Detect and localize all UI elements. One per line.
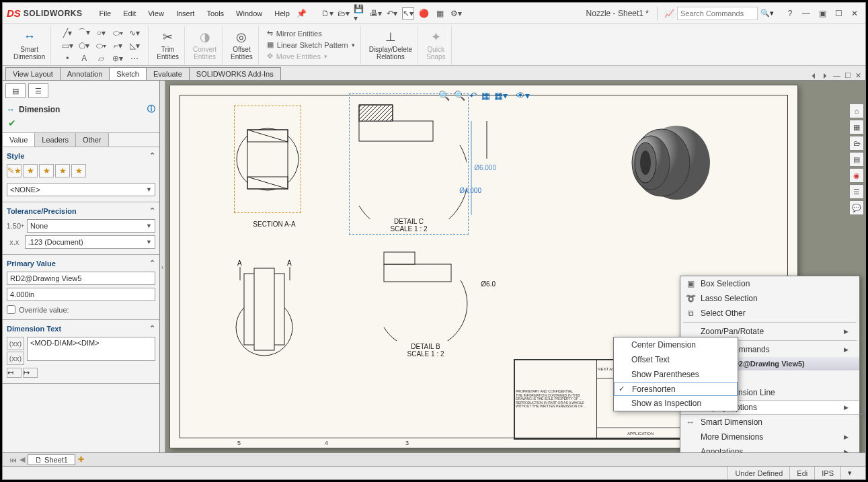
add-sheet-icon[interactable]: ✚ [78,455,84,464]
doc-min-icon[interactable]: — [833,71,840,80]
search-input[interactable] [677,7,758,20]
tab-annotation[interactable]: Annotation [60,67,110,80]
pm-subtab-leaders[interactable]: Leaders [35,133,76,147]
settings-icon[interactable]: ⚙▾ [450,7,463,19]
tab-addins[interactable]: SOLIDWORKS Add-Ins [189,67,281,80]
front-view[interactable]: AA [224,253,318,361]
close-icon[interactable]: ✕ [848,7,861,19]
save-icon[interactable]: 💾▾ [354,7,366,19]
heads-up-toolbar[interactable]: 🔍🔍↶▦▦▾👁▾ [433,88,535,103]
sheet-nav-prev-icon[interactable]: ◀ [19,455,25,464]
style-favorites-row[interactable]: ✎★★★★★ [7,161,155,180]
search-icon[interactable]: 🔍▾ [760,9,774,17]
primary-value-field[interactable]: 4.000in [7,288,155,301]
minimize-icon[interactable]: — [799,7,813,19]
pm-help-icon[interactable]: ⓘ [147,104,155,115]
help-icon[interactable]: ? [783,7,797,19]
select-icon[interactable]: ↖▾ [402,7,414,19]
chevron-up-icon[interactable]: ⌃ [149,324,155,333]
maximize-icon[interactable]: ☐ [832,7,845,19]
pm-subtab-value[interactable]: Value [3,133,35,147]
trim-entities-button[interactable]: ✂ Trim Entities [151,26,185,65]
pm-ok-button[interactable]: ✔ [3,118,159,128]
rebuild-icon[interactable]: 🔴 [418,7,430,19]
status-bar: Under Defined Edi IPS ▾ [3,466,865,479]
precision-select[interactable]: .123 (Document)▼ [25,235,155,249]
dimtext-center-icon[interactable]: (xx) [7,352,24,365]
menu-help[interactable]: Help [268,7,296,19]
display-relations-button[interactable]: ⊥ Display/Delete Relations [364,26,418,65]
chevron-up-icon[interactable]: ⌃ [149,259,155,268]
sub-offset-text[interactable]: Offset Text [614,352,738,367]
menu-tools[interactable]: Tools [200,7,230,19]
sub-show-parentheses[interactable]: Show Parentheses [614,367,738,382]
menu-insert[interactable]: Insert [170,7,201,19]
panel-splitter[interactable] [160,81,165,452]
ctx-box-selection[interactable]: ▣Box Selection [680,276,859,291]
doc-max-icon[interactable]: ☐ [844,71,851,80]
appearances-icon[interactable]: ◉ [849,168,864,183]
pm-subtab-other[interactable]: Other [76,133,109,147]
tab-evaluate[interactable]: Evaluate [146,67,190,80]
tolerance-type-select[interactable]: None▼ [27,219,155,233]
ctx-smart-dimension[interactable]: ↔Smart Dimension [680,415,859,430]
chevron-up-icon[interactable]: ⌃ [149,206,155,215]
status-units[interactable]: IPS [814,467,840,479]
new-icon[interactable]: 🗋▾ [321,7,333,19]
restore-icon[interactable]: ▣ [816,7,829,19]
justify-left-icon[interactable]: ↤ [7,368,22,378]
sub-show-inspection[interactable]: Show as Inspection [614,396,738,411]
ctx-lasso-selection[interactable]: ➰Lasso Selection [680,291,859,306]
status-more-icon[interactable]: ▾ [840,467,859,479]
sketch-tools-grid[interactable]: ╱▾⌒▾○▾⬭▾∿▾ ▭▾⬠▾⬭▾⌐▾◺▾ •A▱⊕▾⋯ [54,26,149,65]
next-doc-icon[interactable]: ⏵ [822,71,829,80]
sub-center-dimension[interactable]: Center Dimension [614,337,738,352]
dim-6b[interactable]: Ø6.0 [481,280,496,288]
doc-close-icon[interactable]: ✕ [855,71,861,80]
axis-icon: ⊕▾ [110,52,126,65]
pin-icon[interactable]: 📌 [296,7,308,19]
open-icon[interactable]: 🗁▾ [338,7,350,19]
print-icon[interactable]: 🖶▾ [370,7,382,19]
ctx-annotations[interactable]: Annotations▶ [680,444,859,452]
justify-right-icon[interactable]: ↦ [23,368,38,378]
undo-icon[interactable]: ↶▾ [386,7,398,19]
tab-sketch[interactable]: Sketch [109,67,147,80]
override-checkbox[interactable]: Override value: [7,305,155,314]
design-library-icon[interactable]: ▦ [849,120,864,134]
offset-entities-button[interactable]: ◎ Offset Entities [225,26,259,65]
menu-file[interactable]: File [93,7,118,19]
pm-tab-feature-icon[interactable]: ▤ [5,83,26,98]
menu-window[interactable]: Window [230,7,268,19]
style-select[interactable]: <NONE>▼ [7,183,155,196]
detail-b-view[interactable]: DETAIL B SCALE 1 : 2 Ø6.0 [379,247,473,358]
detail-c-view[interactable]: DETAIL C SCALE 1 : 2 Ø6.000 Ø4.000 [349,93,469,235]
search-chart-icon[interactable]: 📈 [664,9,674,18]
custom-props-icon[interactable]: ☰ [849,184,864,199]
drawing-canvas[interactable]: 🔍🔍↶▦▦▾👁▾ SECTION A-A [165,81,865,452]
dimtext-field[interactable]: <MOD-DIAM><DIM> [27,337,155,361]
primary-name-field[interactable]: RD2@Drawing View5 [7,272,155,285]
pattern-tools[interactable]: ⇋Mirror Entities ▦Linear Sketch Pattern▾… [262,26,361,65]
prev-doc-icon[interactable]: ⏴ [810,71,818,80]
home-icon[interactable]: ⌂ [849,104,864,118]
chevron-up-icon[interactable]: ⌃ [149,151,155,160]
options-icon[interactable]: ▦ [434,7,446,19]
view-palette-icon[interactable]: ▤ [849,152,864,167]
smart-dimension-button[interactable]: ↔ Smart Dimension [8,26,51,65]
ctx-more-dimensions[interactable]: More Dimensions▶ [680,430,859,444]
isometric-view[interactable] [616,112,717,213]
forum-icon[interactable]: 💬 [849,200,864,215]
menu-view[interactable]: View [142,7,170,19]
dimtext-above-icon[interactable]: (xx) [7,337,24,350]
sheet-nav-first-icon[interactable]: ⏮ [9,456,17,464]
menu-edit[interactable]: Edit [117,7,142,19]
quick-access-toolbar: 🗋▾ 🗁▾ 💾▾ 🖶▾ ↶▾ ↖▾ 🔴 ▦ ⚙▾ [321,7,463,19]
pm-tab-property-icon[interactable]: ☰ [28,83,48,98]
svg-rect-6 [359,121,433,141]
tab-view-layout[interactable]: View Layout [5,67,61,80]
sheet-tab-1[interactable]: 🗋 Sheet1 [28,454,75,465]
ctx-select-other[interactable]: ⧉Select Other [680,306,859,321]
file-explorer-icon[interactable]: 🗁 [849,136,864,151]
sub-foreshorten[interactable]: ✓Foreshorten [614,382,738,396]
